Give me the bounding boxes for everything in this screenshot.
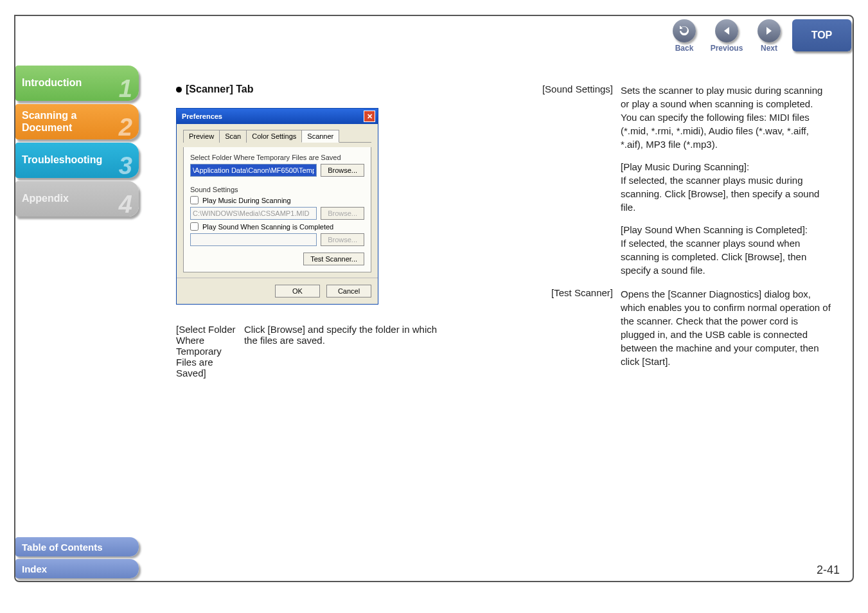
dialog-title: Preferences [182,112,222,120]
definition-desc: Click [Browse] and specify the folder in… [244,324,452,378]
dialog-footer: OK Cancel [177,278,378,304]
definition-select-folder: [Select Folder Where Temporary Files are… [176,324,452,378]
back-label: Back [675,44,694,53]
tab-color-settings[interactable]: Color Settings [246,130,302,143]
complete-path-input[interactable] [190,233,317,246]
definition-term: [Test Scanner] [536,287,613,368]
play-complete-checkbox[interactable] [190,222,199,231]
previous-icon [715,19,738,42]
top-button[interactable]: TOP [792,19,851,51]
browse-complete-button[interactable]: Browse... [321,233,364,246]
previous-button[interactable]: Previous [707,19,746,53]
next-button[interactable]: Next [750,19,788,53]
bullet-icon [176,87,182,93]
sidebar-item-label: Troubleshooting [22,154,102,166]
select-folder-label: Select Folder Where Temporary Files are … [190,154,341,161]
definition-test-scanner: [Test Scanner] Opens the [Scanner Diagno… [536,287,831,368]
sub-play-music: [Play Music During Scanning]: If selecte… [621,160,831,214]
sub-desc: If selected, the scanner plays sound whe… [621,238,806,276]
next-icon [757,19,781,42]
close-icon[interactable]: ✕ [364,111,375,122]
right-column: [Sound Settings] Sets the scanner to pla… [536,84,831,378]
play-complete-label: Play Sound When Scanning is Completed [202,223,333,231]
play-music-label: Play Music During Scanning [202,197,291,204]
section-title-text: [Scanner] Tab [186,84,254,95]
ok-button[interactable]: OK [275,285,320,298]
sidebar-item-number: 1 [119,75,132,103]
sidebar-item-label: Scanning a Document [22,110,76,134]
sub-title: [Play Sound When Scanning is Completed]: [621,224,808,235]
music-path-input[interactable] [190,207,317,220]
sound-settings-label: Sound Settings [190,186,238,193]
dialog-tabs: Preview Scan Color Settings Scanner [183,129,371,143]
sidebar-item-troubleshooting[interactable]: Troubleshooting 3 [15,143,139,178]
tab-scanner[interactable]: Scanner [301,130,339,143]
definition-desc: Opens the [Scanner Diagnostics] dialog b… [621,287,831,368]
sub-play-complete: [Play Sound When Scanning is Completed]:… [621,223,831,277]
definition-term: [Sound Settings] [536,84,613,277]
dialog-titlebar: Preferences ✕ [177,109,378,124]
sidebar-item-scanning[interactable]: Scanning a Document 2 [15,104,139,139]
page-frame: Back Previous Next TOP Introduction 1 Sc… [14,15,854,582]
sidebar-item-number: 3 [119,152,132,181]
topbar: Back Previous Next TOP [642,16,854,61]
sidebar-item-appendix[interactable]: Appendix 4 [15,181,139,217]
previous-label: Previous [711,44,743,53]
sidebar-item-label: Introduction [22,77,82,89]
tab-scan[interactable]: Scan [219,130,247,143]
cancel-button[interactable]: Cancel [326,285,371,298]
folder-path-input[interactable] [190,164,317,177]
main-content: [Scanner] Tab Preferences ✕ Preview Scan… [176,84,831,378]
definition-term: [Select Folder Where Temporary Files are… [176,324,239,378]
back-button[interactable]: Back [665,19,704,53]
sidebar-item-number: 2 [119,114,132,142]
sidebar: Introduction 1 Scanning a Document 2 Tro… [15,66,144,217]
back-icon [673,19,696,42]
page-number: 2-41 [817,564,840,577]
next-label: Next [761,44,777,53]
preferences-dialog: Preferences ✕ Preview Scan Color Setting… [176,108,378,305]
sidebar-item-introduction[interactable]: Introduction 1 [15,66,139,101]
definition-sound-settings: [Sound Settings] Sets the scanner to pla… [536,84,831,277]
toc-button[interactable]: Table of Contents [15,537,139,556]
play-music-checkbox[interactable] [190,196,199,204]
dialog-body: Preview Scan Color Settings Scanner Sele… [177,124,378,278]
definition-desc: Sets the scanner to play music during sc… [621,84,831,277]
sub-desc: If selected, the scanner plays music dur… [621,175,819,213]
sidebar-bottom: Table of Contents Index [15,537,144,581]
definition-desc-text: Sets the scanner to play music during sc… [621,85,822,150]
browse-folder-button[interactable]: Browse... [321,164,364,177]
sidebar-item-label: Appendix [22,193,69,204]
tab-preview[interactable]: Preview [183,130,220,143]
sidebar-item-number: 4 [119,191,132,219]
sub-title: [Play Music During Scanning]: [621,161,749,172]
index-button[interactable]: Index [15,559,139,578]
dialog-panel: Select Folder Where Temporary Files are … [183,147,371,272]
browse-music-button[interactable]: Browse... [321,207,364,220]
test-scanner-button[interactable]: Test Scanner... [303,253,364,265]
